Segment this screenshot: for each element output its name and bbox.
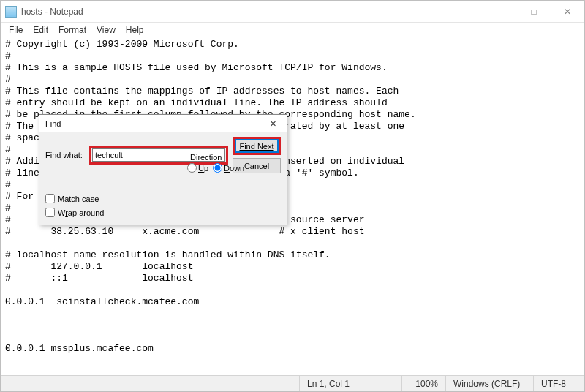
window-title: hosts - Notepad xyxy=(21,7,83,17)
direction-up[interactable]: Up xyxy=(187,163,208,173)
status-eol: Windows (CRLF) xyxy=(445,376,533,391)
maximize-button[interactable]: □ xyxy=(517,1,551,22)
match-case-input[interactable] xyxy=(45,194,55,203)
find-dialog-titlebar: Find ✕ xyxy=(39,115,287,132)
status-zoom: 100% xyxy=(401,376,445,391)
menu-edit[interactable]: Edit xyxy=(28,23,53,37)
find-dialog: Find ✕ Find what: Find Next Cancel Direc… xyxy=(39,114,287,225)
direction-down-radio[interactable] xyxy=(213,163,222,173)
wrap-around-checkbox[interactable]: Wrap around xyxy=(45,208,281,217)
match-case-checkbox[interactable]: Match case xyxy=(45,194,281,203)
menu-view[interactable]: View xyxy=(91,23,121,37)
direction-down[interactable]: Down xyxy=(213,163,244,173)
window-titlebar: hosts - Notepad — □ ✕ xyxy=(1,1,584,23)
find-dialog-title: Find xyxy=(45,119,262,128)
direction-group: Direction Up Down xyxy=(187,153,244,173)
minimize-button[interactable]: — xyxy=(483,1,517,22)
status-position: Ln 1, Col 1 xyxy=(299,376,401,391)
find-next-button[interactable]: Find Next xyxy=(235,139,279,153)
menu-file[interactable]: File xyxy=(4,23,28,37)
menu-format[interactable]: Format xyxy=(53,23,91,37)
notepad-icon xyxy=(5,6,17,18)
close-button[interactable]: ✕ xyxy=(551,1,584,22)
wrap-around-input[interactable] xyxy=(45,208,55,217)
find-dialog-close-button[interactable]: ✕ xyxy=(262,116,284,132)
window-controls: — □ ✕ xyxy=(483,1,584,22)
menu-bar: File Edit Format View Help xyxy=(1,23,584,37)
direction-up-radio[interactable] xyxy=(187,163,197,173)
find-what-label: Find what: xyxy=(45,151,85,159)
direction-label: Direction xyxy=(187,153,244,162)
menu-help[interactable]: Help xyxy=(121,23,149,37)
status-encoding: UTF-8 xyxy=(533,376,584,391)
status-bar: Ln 1, Col 1 100% Windows (CRLF) UTF-8 xyxy=(1,375,584,391)
